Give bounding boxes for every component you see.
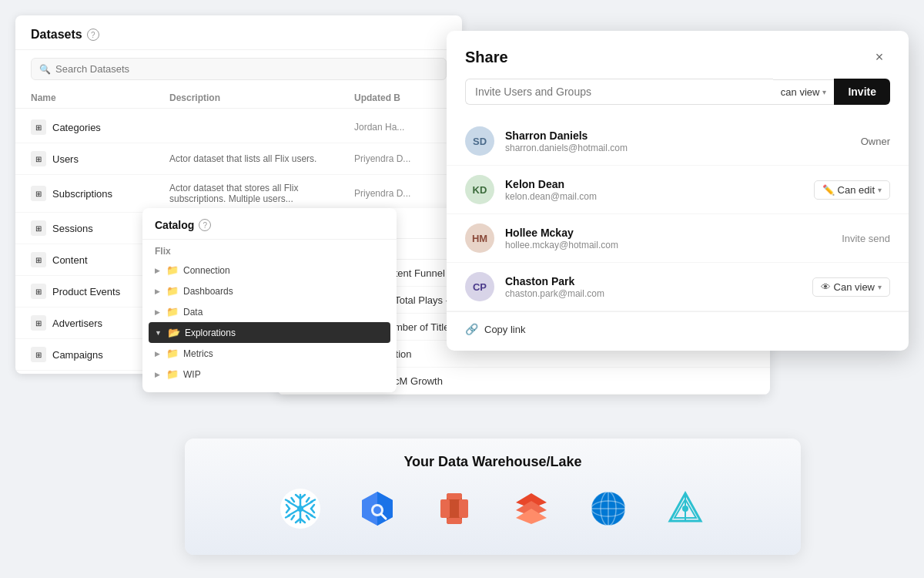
user-email: chaston.park@mail.com bbox=[505, 288, 802, 299]
warehouse-section: Your Data Warehouse/Lake bbox=[185, 439, 801, 555]
warehouse-title: Your Data Warehouse/Lake bbox=[208, 454, 778, 470]
permission-dropdown[interactable]: can view ▾ bbox=[773, 79, 835, 105]
user-role-owner: Owner bbox=[861, 136, 890, 147]
table-row[interactable]: ⊞ Users Actor dataset that lists all Fli… bbox=[15, 143, 462, 175]
share-modal: Share × can view ▾ Invite SD Sharron Dan… bbox=[447, 31, 909, 351]
table-row[interactable]: ⊞ Subscriptions Actor dataset that store… bbox=[15, 175, 462, 213]
user-info: Kelon Dean kelon.dean@mail.com bbox=[505, 178, 803, 202]
permission-label: can view bbox=[781, 86, 820, 98]
snowflake-logo bbox=[277, 486, 323, 532]
col-description: Description bbox=[169, 92, 354, 103]
user-info: Hollee Mckay hollee.mckay@hotmail.com bbox=[505, 227, 831, 250]
user-email: hollee.mckay@hotmail.com bbox=[505, 240, 831, 250]
folder-open-icon: 📂 bbox=[168, 327, 180, 338]
invite-button[interactable]: Invite bbox=[834, 79, 890, 105]
azure-logo bbox=[585, 486, 631, 532]
svg-rect-27 bbox=[440, 499, 450, 518]
warehouse-icons bbox=[208, 486, 778, 532]
folder-icon: 📁 bbox=[166, 306, 179, 318]
datasets-header: Datasets ? bbox=[15, 15, 462, 50]
user-name: Kelon Dean bbox=[505, 178, 803, 190]
user-role-view-dropdown[interactable]: 👁 Can view ▾ bbox=[812, 277, 890, 297]
datasets-table-header: Name Description Updated B bbox=[15, 88, 462, 109]
avatar: CP bbox=[465, 272, 494, 301]
athena-logo bbox=[662, 486, 708, 532]
sidebar-item-explorations[interactable]: ▼ 📂 Explorations bbox=[149, 322, 390, 343]
bigquery-logo bbox=[354, 486, 400, 532]
user-info: Sharron Daniels sharron.daniels@hotmail.… bbox=[505, 129, 850, 153]
row-icon: ⊞ bbox=[31, 220, 46, 236]
user-info: Chaston Park chaston.park@mail.com bbox=[505, 275, 802, 299]
user-row-sharron: SD Sharron Daniels sharron.daniels@hotma… bbox=[447, 117, 909, 166]
user-row-hollee: HM Hollee Mckay hollee.mckay@hotmail.com… bbox=[447, 214, 909, 263]
invite-send-status: Invite send bbox=[842, 233, 890, 244]
user-role-edit-dropdown[interactable]: ✏️ Can edit ▾ bbox=[814, 180, 890, 200]
svg-point-43 bbox=[682, 506, 688, 512]
avatar: KD bbox=[465, 175, 494, 204]
col-updated: Updated B bbox=[354, 92, 447, 103]
folder-icon: 📁 bbox=[166, 264, 179, 276]
chevron-down-icon: ▾ bbox=[822, 88, 826, 96]
link-icon: 🔗 bbox=[465, 323, 478, 335]
row-icon: ⊞ bbox=[31, 119, 46, 135]
sidebar-item-metrics[interactable]: ▶ 📁 Metrics bbox=[142, 343, 397, 364]
share-modal-title: Share bbox=[465, 49, 508, 66]
datasets-search-bar: 🔍 bbox=[31, 58, 447, 80]
row-icon: ⊞ bbox=[31, 315, 46, 331]
copy-link-button[interactable]: Copy link bbox=[484, 324, 525, 335]
col-name: Name bbox=[31, 92, 169, 103]
invite-row: can view ▾ Invite bbox=[447, 79, 909, 117]
invite-input[interactable] bbox=[475, 86, 764, 98]
pencil-icon: ✏️ bbox=[822, 184, 835, 196]
close-button[interactable]: × bbox=[869, 46, 890, 68]
catalog-header: Catalog ? bbox=[142, 208, 397, 240]
sidebar-item-connection[interactable]: ▶ 📁 Connection bbox=[142, 260, 397, 281]
folder-icon: 📁 bbox=[166, 285, 179, 297]
row-icon: ⊞ bbox=[31, 284, 46, 299]
catalog-section-label: Flix bbox=[142, 240, 397, 260]
folder-icon: 📁 bbox=[166, 348, 179, 359]
invite-input-wrapper bbox=[465, 79, 773, 105]
row-icon: ⊞ bbox=[31, 252, 46, 267]
search-input[interactable] bbox=[55, 63, 438, 75]
user-row-chaston: CP Chaston Park chaston.park@mail.com 👁 … bbox=[447, 263, 909, 311]
svg-point-20 bbox=[297, 506, 303, 512]
sidebar-item-wip[interactable]: ▶ 📁 WIP bbox=[142, 364, 397, 385]
table-row[interactable]: ⊞ Categories Jordan Ha... bbox=[15, 112, 462, 143]
chevron-down-icon: ▾ bbox=[878, 283, 882, 291]
row-icon: ⊞ bbox=[31, 151, 46, 166]
triangle-icon: ▶ bbox=[155, 267, 160, 274]
datasets-title: Datasets bbox=[31, 28, 82, 42]
redshift-logo bbox=[431, 486, 477, 532]
avatar: HM bbox=[465, 223, 494, 253]
catalog-panel: Catalog ? Flix ▶ 📁 Connection ▶ 📁 Dashbo… bbox=[142, 208, 397, 392]
help-icon[interactable]: ? bbox=[87, 29, 99, 41]
user-name: Sharron Daniels bbox=[505, 129, 850, 142]
search-icon: 🔍 bbox=[39, 64, 51, 75]
chevron-down-icon: ▾ bbox=[878, 186, 882, 194]
svg-rect-29 bbox=[447, 493, 462, 499]
user-row-kelon: KD Kelon Dean kelon.dean@mail.com ✏️ Can… bbox=[447, 166, 909, 214]
svg-rect-28 bbox=[459, 499, 468, 518]
row-icon: ⊞ bbox=[31, 186, 46, 201]
folder-icon: 📁 bbox=[166, 368, 179, 380]
catalog-help-icon[interactable]: ? bbox=[199, 219, 211, 231]
share-modal-header: Share × bbox=[447, 31, 909, 79]
user-name: Chaston Park bbox=[505, 275, 802, 287]
sidebar-item-data[interactable]: ▶ 📁 Data bbox=[142, 301, 397, 322]
triangle-icon: ▼ bbox=[155, 329, 162, 337]
triangle-icon: ▶ bbox=[155, 371, 160, 378]
svg-point-24 bbox=[373, 506, 381, 514]
sidebar-item-dashboards[interactable]: ▶ 📁 Dashboards bbox=[142, 281, 397, 301]
eye-icon: 👁 bbox=[821, 281, 831, 293]
user-email: kelon.dean@mail.com bbox=[505, 191, 803, 202]
catalog-title: Catalog bbox=[155, 219, 194, 231]
databricks-logo bbox=[508, 486, 554, 532]
triangle-icon: ▶ bbox=[155, 350, 160, 358]
triangle-icon: ▶ bbox=[155, 308, 160, 316]
user-name: Hollee Mckay bbox=[505, 227, 831, 239]
avatar: SD bbox=[465, 126, 494, 156]
row-icon: ⊞ bbox=[31, 347, 46, 362]
user-email: sharron.daniels@hotmail.com bbox=[505, 143, 850, 153]
triangle-icon: ▶ bbox=[155, 287, 160, 295]
